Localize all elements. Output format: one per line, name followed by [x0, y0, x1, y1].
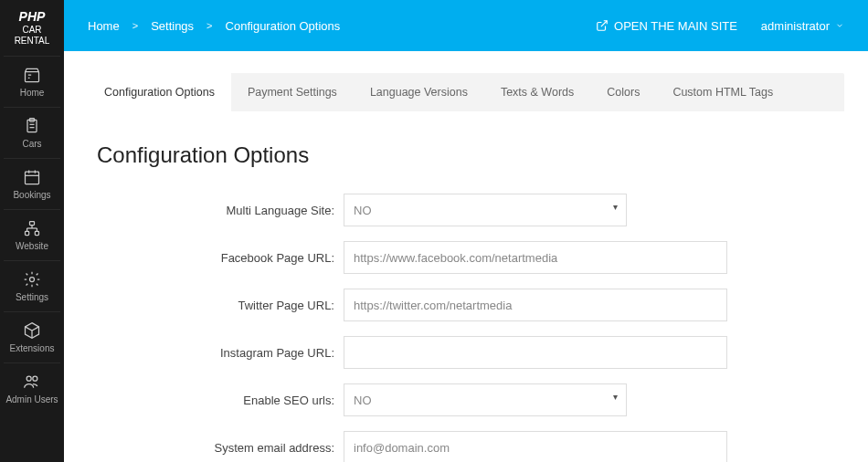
- chevron-down-icon: [835, 21, 844, 30]
- sidebar-item-cars[interactable]: Cars: [4, 107, 59, 158]
- sidebar-item-label: Cars: [5, 139, 58, 149]
- tab-language-versions[interactable]: Language Versions: [354, 73, 484, 111]
- multi-lang-label: Multi Language Site:: [88, 204, 344, 217]
- users-icon: [22, 373, 42, 391]
- sidebar-item-settings[interactable]: Settings: [4, 260, 59, 311]
- twitter-input[interactable]: [344, 289, 727, 321]
- multi-lang-select[interactable]: NO: [344, 194, 627, 226]
- breadcrumb-home[interactable]: Home: [88, 19, 120, 33]
- logo-line3: RENTAL: [15, 36, 50, 47]
- seo-label: Enable SEO urls:: [88, 394, 344, 407]
- facebook-input[interactable]: [344, 241, 727, 274]
- breadcrumb-sep: >: [206, 20, 212, 31]
- open-main-site-link[interactable]: OPEN THE MAIN SITE: [596, 19, 737, 33]
- sidebar-item-website[interactable]: Website: [4, 209, 59, 260]
- svg-line-19: [601, 21, 607, 26]
- svg-rect-11: [35, 231, 38, 235]
- user-menu[interactable]: administrator: [761, 19, 844, 33]
- tabs: Configuration OptionsPayment SettingsLan…: [88, 73, 844, 111]
- tab-payment-settings[interactable]: Payment Settings: [231, 73, 354, 111]
- email-addr-label: System email address:: [88, 441, 344, 455]
- breadcrumb-settings[interactable]: Settings: [151, 19, 194, 33]
- gear-icon: [22, 270, 42, 289]
- sidebar-item-extensions[interactable]: Extensions: [4, 311, 59, 362]
- sidebar: PHP CAR RENTAL HomeCarsBookingsWebsiteSe…: [0, 0, 64, 462]
- external-link-icon: [596, 19, 609, 32]
- sidebar-item-label: Bookings: [5, 190, 58, 200]
- sidebar-item-admin-users[interactable]: Admin Users: [4, 362, 59, 414]
- sidebar-item-bookings[interactable]: Bookings: [4, 158, 59, 209]
- breadcrumb-config[interactable]: Configuration Options: [226, 19, 341, 33]
- svg-rect-5: [26, 172, 39, 184]
- logo-line1: PHP: [15, 9, 50, 25]
- tab-texts-words[interactable]: Texts & Words: [484, 73, 590, 111]
- breadcrumb-sep: >: [132, 20, 138, 31]
- tab-colors[interactable]: Colors: [590, 73, 656, 111]
- sitemap-icon: [22, 219, 42, 237]
- tab-configuration-options[interactable]: Configuration Options: [88, 73, 231, 111]
- open-main-site-label: OPEN THE MAIN SITE: [614, 19, 737, 33]
- svg-rect-9: [30, 221, 35, 225]
- tab-custom-html-tags[interactable]: Custom HTML Tags: [656, 73, 789, 111]
- sidebar-item-home[interactable]: Home: [4, 56, 59, 107]
- home-icon: [22, 66, 42, 84]
- email-addr-input[interactable]: [344, 431, 727, 462]
- topbar: Home > Settings > Configuration Options …: [64, 0, 868, 51]
- seo-select[interactable]: NO: [344, 383, 627, 416]
- breadcrumb: Home > Settings > Configuration Options: [88, 19, 340, 33]
- clipboard-icon: [22, 117, 42, 135]
- svg-point-16: [30, 277, 35, 281]
- user-label: administrator: [761, 19, 830, 33]
- sidebar-item-label: Extensions: [5, 343, 58, 353]
- twitter-label: Twitter Page URL:: [88, 299, 344, 312]
- content: Configuration OptionsPayment SettingsLan…: [64, 51, 868, 462]
- cube-icon: [22, 321, 42, 340]
- sidebar-item-label: Website: [5, 241, 58, 251]
- svg-point-17: [26, 376, 31, 381]
- svg-point-18: [33, 376, 37, 381]
- svg-rect-0: [26, 71, 39, 81]
- instagram-label: Instagram Page URL:: [88, 346, 344, 360]
- sidebar-item-label: Home: [5, 88, 58, 98]
- instagram-input[interactable]: [344, 336, 727, 369]
- facebook-label: Facebook Page URL:: [88, 251, 344, 265]
- logo: PHP CAR RENTAL: [11, 0, 54, 56]
- logo-line2: CAR: [15, 25, 50, 36]
- sidebar-item-label: Admin Users: [5, 394, 58, 404]
- page-title: Configuration Options: [97, 142, 844, 168]
- svg-rect-10: [26, 231, 29, 235]
- calendar-icon: [22, 168, 42, 186]
- sidebar-item-label: Settings: [5, 292, 58, 302]
